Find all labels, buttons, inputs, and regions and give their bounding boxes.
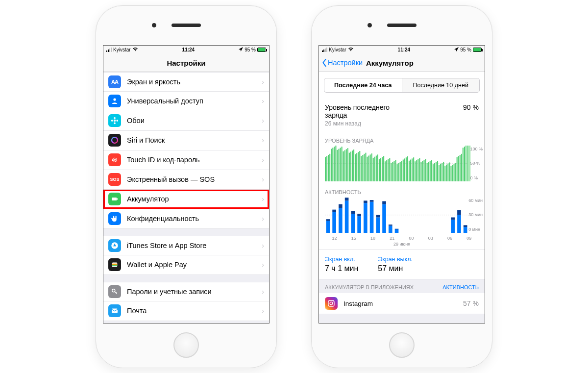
home-button[interactable]: [389, 332, 415, 358]
segment-10d[interactable]: Последние 10 дней: [402, 78, 480, 92]
settings-row-wallet[interactable]: Wallet и Apple Pay ›: [103, 255, 269, 275]
touchid-icon: [108, 153, 121, 166]
segment-24h[interactable]: Последние 24 часа: [324, 78, 402, 92]
apps-header-sort[interactable]: АКТИВНОСТЬ: [442, 284, 479, 290]
svg-rect-109: [464, 147, 465, 181]
settings-row-person[interactable]: Универсальный доступ ›: [103, 92, 269, 111]
svg-rect-7: [112, 198, 117, 200]
location-icon: [239, 47, 243, 52]
svg-rect-90: [436, 162, 437, 181]
svg-rect-97: [446, 164, 447, 181]
xlabel: 21: [383, 236, 402, 241]
svg-rect-93: [440, 164, 441, 181]
svg-rect-135: [389, 224, 392, 225]
settings-row-key[interactable]: Пароли и учетные записи ›: [103, 282, 269, 301]
svg-rect-130: [376, 217, 380, 233]
back-button[interactable]: Настройки: [322, 54, 363, 72]
svg-rect-22: [334, 147, 335, 181]
row-label: Touch ID и код-пароль: [127, 156, 262, 164]
svg-rect-68: [403, 159, 404, 181]
xlabel: 09: [460, 236, 479, 241]
battery-pct: 95 %: [245, 47, 256, 52]
xlabel: 12: [325, 236, 344, 241]
row-label: Экран и яркость: [127, 78, 262, 86]
row-label: Почта: [127, 307, 262, 315]
activity-chart[interactable]: 60 мин 30 мин 0 мин: [319, 197, 485, 236]
svg-rect-60: [391, 163, 392, 181]
ylabel: 30 мин: [468, 212, 483, 217]
svg-point-3: [114, 122, 116, 124]
svg-rect-106: [460, 155, 461, 181]
svg-rect-65: [398, 163, 399, 181]
ylabel: 50 %: [470, 161, 483, 166]
svg-rect-83: [425, 159, 426, 181]
svg-rect-134: [389, 225, 392, 233]
chevron-right-icon: ›: [262, 307, 264, 315]
svg-rect-142: [464, 227, 467, 233]
svg-rect-126: [364, 203, 368, 233]
row-label: Конфиденциальность: [127, 215, 262, 223]
svg-rect-12: [112, 265, 118, 266]
svg-rect-24: [337, 149, 338, 181]
settings-row-appstore[interactable]: iTunes Store и App Store ›: [103, 236, 269, 255]
xlabel: 18: [364, 236, 383, 241]
svg-rect-119: [339, 204, 343, 207]
screen-battery-detail: Kyivstar 11:24 95 % Настройки Аккумулято…: [318, 45, 485, 323]
siri-icon: [108, 134, 121, 147]
svg-rect-82: [423, 160, 424, 181]
battery-icon: [108, 193, 121, 205]
location-icon: [454, 47, 459, 52]
settings-row-flower[interactable]: Обои ›: [103, 111, 269, 131]
apps-header: АККУМУЛЯТОР В ПРИЛОЖЕНИЯХ АКТИВНОСТЬ: [319, 279, 485, 293]
settings-row-siri[interactable]: Siri и Поиск ›: [103, 131, 269, 150]
svg-rect-53: [380, 158, 381, 181]
app-pct: 57 %: [463, 299, 479, 307]
settings-row-hand[interactable]: Конфиденциальность ›: [103, 209, 269, 229]
svg-rect-19: [329, 153, 330, 181]
svg-rect-41: [362, 155, 363, 181]
chevron-right-icon: ›: [262, 156, 264, 164]
svg-rect-33: [350, 151, 351, 181]
segment-control[interactable]: Последние 24 часа Последние 10 дней: [324, 78, 480, 93]
svg-rect-56: [385, 161, 386, 181]
charge-chart[interactable]: 100 % 50 % 0 %: [319, 146, 485, 184]
svg-rect-102: [454, 164, 455, 181]
svg-rect-86: [430, 161, 431, 181]
chevron-right-icon: ›: [262, 136, 264, 144]
svg-rect-54: [382, 157, 383, 181]
app-row-instagram[interactable]: Instagram 57 %: [319, 293, 485, 314]
battery-icon: [257, 48, 266, 52]
settings-row-SOS[interactable]: SOS Экстренный вызов — SOS ›: [103, 170, 269, 190]
svg-rect-136: [395, 229, 399, 233]
svg-rect-43: [365, 152, 366, 181]
svg-rect-114: [326, 221, 330, 233]
svg-rect-8: [117, 199, 118, 200]
svg-point-0: [113, 98, 116, 100]
phone-camera: [368, 23, 372, 27]
svg-rect-47: [371, 153, 372, 181]
person-icon: [108, 95, 121, 107]
svg-rect-87: [431, 160, 432, 181]
settings-row-AA[interactable]: AA Экран и яркость ›: [103, 72, 269, 92]
last-charge-value: 90 %: [463, 103, 479, 119]
svg-point-146: [333, 301, 334, 302]
chevron-right-icon: ›: [262, 175, 264, 183]
svg-rect-79: [419, 158, 420, 181]
svg-rect-141: [457, 210, 461, 215]
page-title: Настройки: [167, 59, 205, 67]
settings-row-battery[interactable]: Аккумулятор ›: [103, 190, 269, 209]
settings-row-touchid[interactable]: Touch ID и код-пароль ›: [103, 150, 269, 170]
settings-row-mail[interactable]: Почта ›: [103, 301, 269, 321]
screen-on-label: Экран вкл.: [325, 256, 358, 263]
svg-rect-30: [346, 149, 347, 181]
chevron-right-icon: ›: [262, 78, 264, 86]
row-label: iTunes Store и App Store: [127, 242, 262, 249]
key-icon: [108, 285, 121, 298]
wifi-icon: [348, 47, 354, 52]
svg-rect-88: [433, 164, 434, 181]
svg-rect-50: [376, 155, 377, 181]
settings-group-3: Пароли и учетные записи › Почта ›: [103, 282, 269, 321]
mail-icon: [108, 304, 121, 317]
signal-icon: [106, 48, 112, 52]
home-button[interactable]: [173, 332, 199, 358]
